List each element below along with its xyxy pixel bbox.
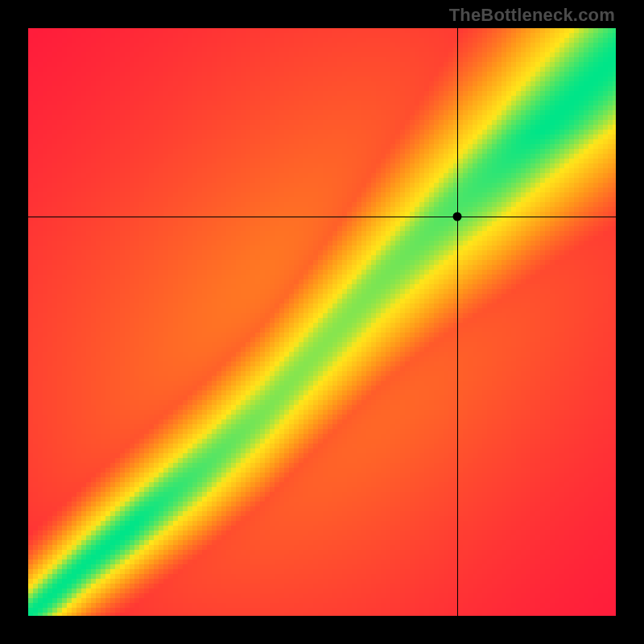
heatmap-plot [28,28,616,616]
heatmap-canvas [28,28,616,616]
crosshair-horizontal [28,217,616,217]
chart-frame: TheBottleneck.com [0,0,644,644]
data-point-marker [452,212,461,221]
watermark-text: TheBottleneck.com [449,5,615,26]
crosshair-vertical [457,28,458,616]
